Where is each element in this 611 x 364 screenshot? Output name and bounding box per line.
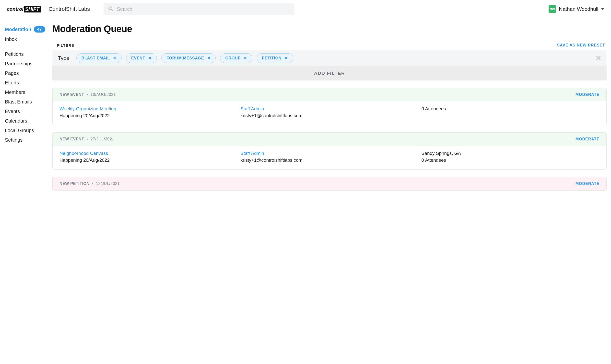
queue-card: NEW EVENT•27/JUL/2021MODERATENeighborhoo… [52, 132, 607, 169]
sidebar-item-petitions[interactable]: Petitions [5, 49, 48, 59]
filters-label: FILTERS [57, 43, 74, 47]
search-wrap [104, 3, 294, 15]
sidebar-item-label: Inbox [5, 37, 17, 42]
sidebar-item-label: Events [5, 109, 20, 114]
sidebar-badge: 47 [34, 26, 45, 33]
author-email: kristy+1@controlshiftlabs.com [240, 113, 418, 118]
sidebar-item-label: Local Groups [5, 128, 34, 133]
author-link[interactable]: Staff Admin [240, 106, 418, 112]
card-header: NEW EVENT•10/AUG/2021MODERATE [53, 88, 606, 101]
separator-dot: • [87, 92, 88, 97]
card-body: Weekly Organizing MeetingHappening 20/Au… [53, 101, 606, 125]
org-name[interactable]: ControlShift Labs [49, 6, 90, 12]
chip-label: FORUM MESSAGE [166, 56, 204, 60]
sidebar-item-members[interactable]: Members [5, 88, 48, 97]
add-filter-button[interactable]: ADD FILTER [52, 66, 607, 80]
card-header-left: NEW PETITION•12/JUL/2021 [59, 182, 120, 186]
card-col-title: Neighborhood CanvassHappening 20/Aug/202… [59, 151, 238, 163]
card-header-left: NEW EVENT•10/AUG/2021 [59, 92, 116, 97]
sidebar-item-label: Moderation [5, 27, 31, 32]
item-happening: Happening 20/Aug/2022 [59, 113, 238, 118]
card-type-label: NEW EVENT [59, 92, 84, 97]
card-col-meta: 0 Attendees [422, 106, 599, 118]
sidebar-item-pages[interactable]: Pages [5, 68, 48, 78]
card-body: Neighborhood CanvassHappening 20/Aug/202… [53, 146, 606, 169]
main-content: Moderation Queue FILTERS SAVE AS NEW PRE… [48, 18, 611, 204]
sidebar-item-label: Efforts [5, 80, 19, 86]
close-icon[interactable]: ✕ [207, 55, 211, 61]
queue-card: NEW EVENT•10/AUG/2021MODERATEWeekly Orga… [52, 88, 607, 125]
card-header: NEW PETITION•12/JUL/2021MODERATE [53, 177, 606, 190]
card-header: NEW EVENT•27/JUL/2021MODERATE [53, 133, 606, 146]
close-icon[interactable]: ✕ [113, 55, 117, 61]
separator-dot: • [92, 182, 93, 186]
meta-line-1: 0 Attendees [422, 106, 599, 112]
filter-type-label: Type [58, 55, 69, 61]
moderate-button[interactable]: MODERATE [575, 182, 599, 186]
author-link[interactable]: Staff Admin [240, 151, 418, 156]
sidebar-item-label: Calendars [5, 118, 27, 124]
avatar: NW [549, 5, 556, 13]
queue-card: NEW PETITION•12/JUL/2021MODERATE [52, 177, 607, 191]
author-email: kristy+1@controlshiftlabs.com [240, 157, 418, 163]
sidebar-item-label: Blast Emails [5, 99, 32, 105]
sidebar-item-partnerships[interactable]: Partnerships [5, 59, 48, 68]
search-field[interactable] [104, 3, 294, 15]
separator-dot: • [87, 137, 88, 141]
moderate-button[interactable]: MODERATE [575, 92, 599, 97]
card-col-author: Staff Adminkristy+1@controlshiftlabs.com [240, 151, 418, 163]
filter-chip-blast-email[interactable]: BLAST EMAIL✕ [76, 53, 122, 63]
svg-line-1 [112, 10, 113, 11]
sidebar-item-label: Partnerships [5, 61, 32, 66]
meta-line-2: 0 Attendees [422, 157, 599, 163]
sidebar-item-inbox[interactable]: Inbox [5, 35, 48, 44]
filter-chip-petition[interactable]: PETITION✕ [257, 53, 293, 63]
logo-control: control [7, 6, 24, 12]
logo[interactable]: controlSHIFT [7, 6, 41, 13]
card-type-label: NEW EVENT [59, 137, 84, 141]
svg-point-0 [109, 7, 112, 10]
item-title-link[interactable]: Neighborhood Canvass [59, 151, 238, 156]
chip-label: PETITION [262, 56, 281, 60]
sidebar: Moderation47InboxPetitionsPartnershipsPa… [0, 18, 48, 204]
sidebar-item-efforts[interactable]: Efforts [5, 78, 48, 88]
sidebar-item-label: Settings [5, 137, 23, 143]
sidebar-item-settings[interactable]: Settings [5, 135, 48, 145]
sidebar-item-calendars[interactable]: Calendars [5, 116, 48, 126]
card-date: 10/AUG/2021 [91, 92, 116, 97]
filter-chip-group[interactable]: GROUP✕ [220, 53, 252, 63]
card-date: 12/JUL/2021 [96, 182, 120, 186]
search-input[interactable] [117, 6, 290, 12]
filter-row: Type BLAST EMAIL✕EVENT✕FORUM MESSAGE✕GRO… [52, 50, 607, 66]
chip-label: BLAST EMAIL [81, 56, 110, 60]
sidebar-item-moderation[interactable]: Moderation47 [5, 24, 48, 35]
chevron-down-icon [601, 8, 604, 10]
close-icon[interactable]: ✕ [148, 55, 152, 61]
card-header-left: NEW EVENT•27/JUL/2021 [59, 137, 114, 141]
filter-chips: BLAST EMAIL✕EVENT✕FORUM MESSAGE✕GROUP✕PE… [76, 53, 589, 63]
close-icon[interactable]: ✕ [244, 55, 247, 61]
chip-label: EVENT [131, 56, 145, 60]
card-date: 27/JUL/2021 [91, 137, 114, 141]
card-col-author: Staff Adminkristy+1@controlshiftlabs.com [240, 106, 418, 118]
sidebar-item-local-groups[interactable]: Local Groups [5, 126, 48, 135]
logo-shift: SHIFT [24, 6, 41, 13]
user-name: Nathan Woodhull [559, 6, 598, 12]
card-type-label: NEW PETITION [59, 182, 90, 186]
topbar: controlSHIFT ControlShift Labs NW Nathan… [0, 0, 611, 18]
sidebar-item-events[interactable]: Events [5, 107, 48, 116]
filter-chip-forum-message[interactable]: FORUM MESSAGE✕ [161, 53, 216, 63]
close-icon[interactable]: ✕ [284, 55, 288, 61]
search-icon [108, 6, 113, 12]
save-preset-button[interactable]: SAVE AS NEW PRESET [557, 43, 605, 47]
sidebar-item-blast-emails[interactable]: Blast Emails [5, 97, 48, 107]
moderate-button[interactable]: MODERATE [575, 137, 599, 141]
card-col-title: Weekly Organizing MeetingHappening 20/Au… [59, 106, 238, 118]
page-title: Moderation Queue [52, 24, 607, 34]
user-menu[interactable]: NW Nathan Woodhull [549, 5, 604, 13]
filter-chip-event[interactable]: EVENT✕ [126, 53, 157, 63]
card-col-meta: Sandy Springs, GA0 Attendees [422, 151, 599, 163]
clear-filters-button[interactable]: ✕ [596, 54, 601, 62]
item-title-link[interactable]: Weekly Organizing Meeting [59, 106, 238, 112]
chip-label: GROUP [225, 56, 241, 60]
